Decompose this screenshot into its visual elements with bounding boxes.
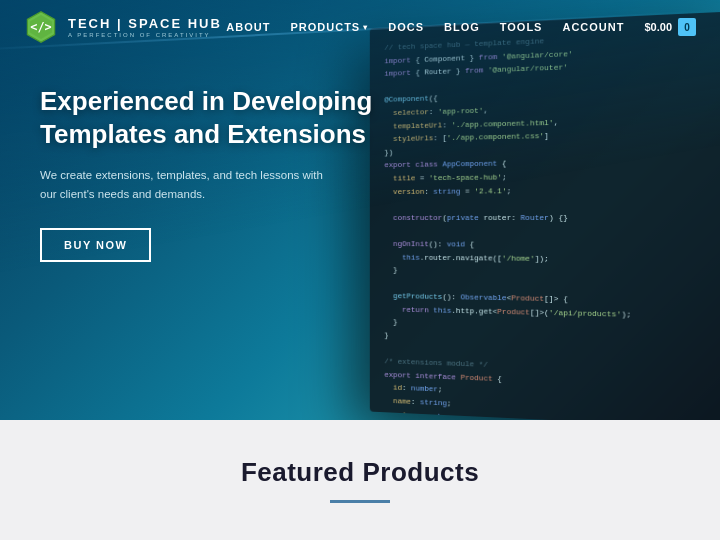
- cart-area[interactable]: $0.00 0: [644, 18, 696, 36]
- chevron-down-icon: ▾: [363, 23, 368, 32]
- nav-products-label: PRODUCTS: [290, 21, 360, 33]
- nav-about[interactable]: ABOUT: [226, 21, 270, 33]
- navbar: </> tech | space HUB A PERFECTION OF CRE…: [0, 0, 720, 54]
- nav-docs[interactable]: DOCS: [388, 21, 424, 33]
- code-overlay: // tech space hub — template engine impo…: [370, 11, 720, 420]
- nav-links: ABOUT PRODUCTS ▾ DOCS BLOG TOOLS ACCOUNT…: [226, 18, 696, 36]
- cart-price: $0.00: [644, 21, 672, 33]
- nav-blog[interactable]: BLOG: [444, 21, 480, 33]
- logo-icon: </>: [24, 10, 58, 44]
- hero-title: Experienced in Developing Templates and …: [40, 85, 400, 150]
- featured-section: Featured Products: [0, 420, 720, 540]
- logo-title: tech | space HUB: [68, 16, 222, 32]
- cart-badge: 0: [678, 18, 696, 36]
- hero-description: We create extensions, templates, and tec…: [40, 166, 340, 204]
- nav-tools[interactable]: TOOLS: [500, 21, 543, 33]
- svg-text:</>: </>: [30, 20, 51, 34]
- logo-area[interactable]: </> tech | space HUB A PERFECTION OF CRE…: [24, 10, 222, 44]
- nav-products[interactable]: PRODUCTS ▾: [290, 21, 368, 33]
- logo-subtitle: A PERFECTION OF CREATIVITY: [68, 32, 222, 38]
- hero-content: Experienced in Developing Templates and …: [40, 85, 400, 262]
- featured-title: Featured Products: [241, 457, 479, 488]
- buy-now-button[interactable]: BUY NOW: [40, 228, 151, 262]
- hero-section: // tech space hub — template engine impo…: [0, 0, 720, 420]
- logo-text: tech | space HUB A PERFECTION OF CREATIV…: [68, 16, 222, 38]
- nav-account[interactable]: ACCOUNT: [562, 21, 624, 33]
- featured-underline: [330, 500, 390, 503]
